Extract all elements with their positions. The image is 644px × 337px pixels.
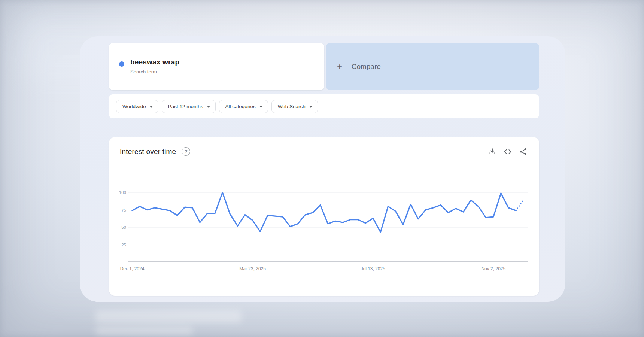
search-term-text: beeswax wrap [130, 58, 179, 66]
search-term-type-label: Search term [130, 69, 157, 75]
filter-category-label: All categories [225, 104, 256, 109]
y-tick-label: 50 [121, 225, 126, 230]
x-tick-label: Nov 2, 2025 [481, 266, 505, 271]
filter-geo-label: Worldwide [122, 104, 146, 109]
chevron-down-icon [150, 106, 153, 108]
x-tick-label: Jul 13, 2025 [361, 266, 386, 271]
search-term-card[interactable]: beeswax wrap Search term [109, 43, 324, 90]
series-color-dot [119, 61, 124, 67]
background-blob [95, 327, 193, 335]
chevron-down-icon [259, 106, 262, 108]
y-tick-label: 75 [121, 208, 126, 212]
y-tick-label: 25 [121, 243, 126, 247]
filters-bar: Worldwide Past 12 months All categories … [109, 94, 539, 118]
compare-label: Compare [352, 63, 381, 71]
trend-line-partial-dotted [516, 200, 523, 211]
filter-time-label: Past 12 months [168, 104, 203, 109]
filter-geo-dropdown[interactable]: Worldwide [116, 100, 158, 113]
trend-chart: 100 75 50 25 Dec 1, 2024 Mar 23, 2025 Ju… [109, 137, 539, 296]
compare-button[interactable]: + Compare [326, 43, 539, 90]
interest-over-time-card: Interest over time ? [109, 137, 539, 296]
x-tick-label: Mar 23, 2025 [239, 266, 266, 271]
chevron-down-icon [207, 106, 210, 108]
filter-search-type-dropdown[interactable]: Web Search [271, 100, 318, 113]
filter-search-type-label: Web Search [278, 104, 306, 109]
x-tick-label: Dec 1, 2024 [120, 266, 145, 271]
chevron-down-icon [309, 106, 312, 108]
background-blob [95, 310, 242, 323]
trend-line [132, 192, 516, 232]
explore-panel: beeswax wrap Search term + Compare World… [80, 36, 565, 302]
filter-category-dropdown[interactable]: All categories [219, 100, 268, 113]
plus-icon: + [337, 62, 342, 71]
y-tick-label: 100 [119, 190, 126, 195]
filter-time-dropdown[interactable]: Past 12 months [162, 100, 216, 113]
